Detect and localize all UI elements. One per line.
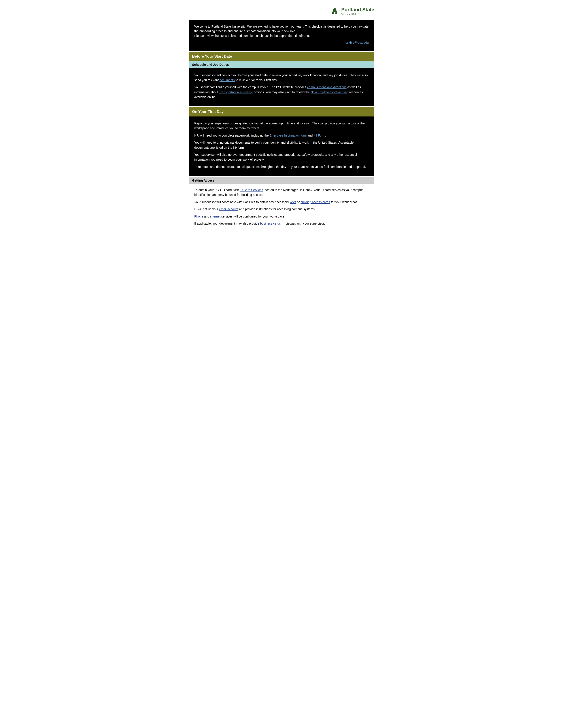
intro-text-2: Please review the steps below and comple… — [194, 34, 369, 38]
logo: Portland State UNIVERSITY — [330, 7, 374, 15]
before-start-para-1: Your supervisor will contact you before … — [194, 73, 369, 83]
schedule-subsection-header: Schedule and Job Duties — [189, 61, 374, 68]
employee-info-form-link[interactable]: Employee Information form — [269, 134, 307, 137]
email-account-link[interactable]: email account — [219, 207, 238, 211]
getting-access-para-1: To obtain your PSU ID card, visit ID Car… — [194, 188, 369, 197]
first-day-para-3: You will need to bring original document… — [194, 140, 369, 150]
before-start-content: Your supervisor will contact you before … — [189, 68, 374, 106]
logo-text: Portland State UNIVERSITY — [341, 7, 374, 15]
campus-maps-link[interactable]: campus maps and directions — [307, 85, 347, 89]
documents-link[interactable]: documents — [219, 78, 234, 82]
keys-link[interactable]: keys — [290, 200, 296, 204]
getting-access-para-4: Phone and internet services will be conf… — [194, 214, 369, 219]
first-day-para-1: Report to your supervisor or designated … — [194, 121, 369, 131]
phone-link[interactable]: Phone — [194, 215, 203, 218]
intro-block: Welcome to Portland State University! We… — [189, 20, 374, 51]
getting-access-para-2: Your supervisor will coordinate with Fac… — [194, 200, 369, 205]
first-day-para-2: HR will need you to complete paperwork, … — [194, 133, 369, 138]
getting-access-content: To obtain your PSU ID card, visit ID Car… — [189, 184, 374, 231]
university-name: Portland State — [341, 7, 374, 12]
getting-access-para-3: IT will set up your email account and pr… — [194, 207, 369, 212]
contact-email-link[interactable]: sskbre@pdx.edu — [194, 40, 369, 45]
id-card-services-link[interactable]: ID Card Services — [239, 188, 263, 192]
transportation-link[interactable]: Transportation & Parking — [219, 90, 253, 94]
before-start-header: Before Your Start Date — [189, 52, 374, 61]
building-access-cards-link[interactable]: building access cards — [301, 200, 330, 204]
i9-form-link[interactable]: I-9 Form — [314, 134, 325, 137]
intro-text-1: Welcome to Portland State University! We… — [194, 24, 369, 34]
first-day-header: On Your First Day — [189, 107, 374, 116]
first-day-para-4: Your supervisor will also go over depart… — [194, 152, 369, 162]
psu-logo-icon — [330, 7, 339, 15]
svg-point-0 — [334, 12, 335, 13]
first-day-para-5: Take notes and do not hesitate to ask qu… — [194, 164, 369, 169]
page-container: Portland State UNIVERSITY Welcome to Por… — [182, 0, 381, 237]
internet-link[interactable]: internet — [210, 215, 220, 218]
first-day-content: Report to your supervisor or designated … — [189, 116, 374, 176]
page-header: Portland State UNIVERSITY — [189, 4, 374, 18]
business-cards-link[interactable]: business cards — [260, 222, 280, 225]
getting-access-header: Getting Access — [189, 177, 374, 184]
before-start-para-2: You should familiarize yourself with the… — [194, 85, 369, 99]
university-sub: UNIVERSITY — [341, 12, 374, 15]
getting-access-para-5: If applicable, your department may also … — [194, 221, 369, 226]
new-employee-onboarding-link[interactable]: New Employee Onboarding — [311, 90, 349, 94]
